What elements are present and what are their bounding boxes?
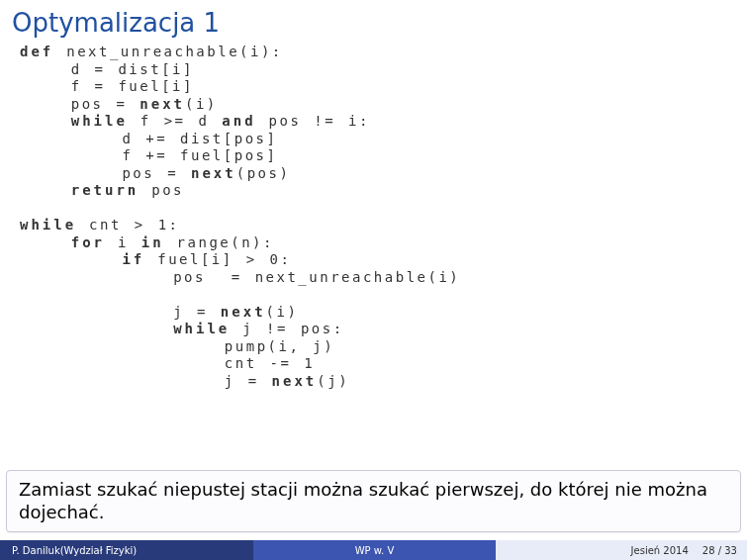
note-box: Zamiast szukać niepustej stacji można sz… [6, 470, 741, 532]
footer-author-text: P. Daniluk(Wydział Fizyki) [12, 545, 137, 556]
footer: P. Daniluk(Wydział Fizyki) WP w. V Jesie… [0, 540, 747, 560]
footer-page: 28 / 33 [702, 545, 737, 556]
footer-right: Jesień 2014 28 / 33 [496, 540, 747, 560]
slide: Optymalizacja 1 def next_unreachable(i):… [0, 0, 747, 560]
slide-title: Optymalizacja 1 [0, 0, 747, 44]
note-text: Zamiast szukać niepustej stacji można sz… [19, 479, 707, 522]
footer-middle: WP w. V [253, 540, 495, 560]
footer-term: Jesień 2014 [631, 545, 689, 556]
footer-author: P. Daniluk(Wydział Fizyki) [0, 540, 253, 560]
code-block: def next_unreachable(i): d = dist[i] f =… [0, 44, 747, 390]
footer-middle-text: WP w. V [355, 545, 395, 556]
